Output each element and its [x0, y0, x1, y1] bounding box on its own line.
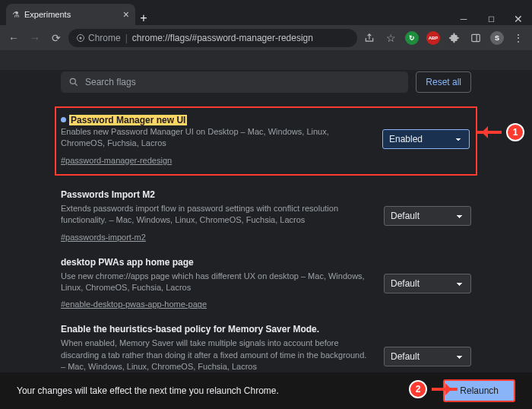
svg-line-5 — [75, 84, 78, 86]
flag-passwords-import-m2: Passwords Import M2 Extends passwords im… — [61, 189, 471, 243]
forward-button[interactable]: → — [26, 29, 44, 47]
browser-tab[interactable]: ⚗ Experiments × — [6, 4, 135, 25]
menu-icon[interactable]: ⋮ — [509, 29, 527, 47]
svg-point-1 — [80, 36, 82, 39]
toolbar: ← → ⟳ Chrome | chrome://flags/#password-… — [0, 25, 532, 50]
flag-dropdown[interactable]: Default — [384, 206, 471, 226]
flag-title: Enable the heuristics-based policy for M… — [61, 324, 369, 334]
search-input[interactable]: Search flags — [61, 71, 408, 93]
bookmark-bar — [0, 50, 532, 70]
flag-title: Password Manager new UI — [69, 115, 187, 125]
flag-description: Enables new Password Manager UI on Deskt… — [61, 126, 367, 150]
flask-icon: ⚗ — [12, 10, 20, 20]
abp-extension-icon[interactable]: ABP — [424, 29, 442, 47]
site-info[interactable]: Chrome — [76, 33, 121, 43]
close-window-button[interactable]: ✕ — [505, 13, 532, 25]
flag-title: Passwords Import M2 — [61, 189, 369, 200]
flag-hash-link[interactable]: #password-manager-redesign — [61, 156, 172, 165]
flag-memory-saver-heuristics: Enable the heuristics-based policy for M… — [61, 324, 471, 373]
flag-desktop-pwas-home: desktop PWAs app home page Use new chrom… — [61, 257, 471, 311]
flag-dropdown[interactable]: Default — [384, 274, 471, 293]
annotation-2: 2 — [409, 380, 458, 398]
search-placeholder: Search flags — [85, 77, 136, 87]
extensions-icon[interactable] — [445, 29, 464, 47]
flag-description: When enabled, Memory Saver will take mul… — [61, 338, 369, 373]
flag-password-manager-new-ui: Password Manager new UI Enables new Pass… — [55, 106, 477, 176]
flag-hash-link[interactable]: #enable-desktop-pwas-app-home-page — [61, 300, 207, 309]
update-icon[interactable]: ↻ — [403, 29, 421, 47]
arrow-icon — [476, 127, 506, 138]
url-scheme-label: Chrome — [88, 33, 121, 43]
step-badge: 2 — [409, 380, 427, 398]
flag-hash-link[interactable]: #passwords-import-m2 — [61, 233, 146, 242]
back-button[interactable]: ← — [5, 29, 23, 47]
annotation-1: 1 — [476, 123, 524, 141]
reload-button[interactable]: ⟳ — [47, 29, 65, 47]
relaunch-message: Your changes will take effect the next t… — [17, 385, 443, 396]
close-tab-icon[interactable]: × — [123, 8, 129, 21]
maximize-button[interactable]: ☐ — [477, 15, 505, 24]
svg-point-4 — [70, 78, 75, 84]
flag-dropdown[interactable]: Default — [384, 347, 471, 366]
flag-dropdown[interactable]: Enabled — [382, 129, 470, 149]
flags-page: Search flags Reset all Password Manager … — [0, 70, 532, 373]
profile-avatar[interactable]: S — [488, 29, 506, 47]
tab-title: Experiments — [24, 10, 123, 19]
bookmark-icon[interactable]: ☆ — [382, 29, 400, 47]
side-panel-icon[interactable] — [467, 29, 485, 47]
arrow-icon — [427, 384, 458, 395]
flag-description: Extends passwords import flow in passwor… — [61, 203, 369, 227]
address-bar[interactable]: Chrome | chrome://flags/#password-manage… — [68, 29, 357, 47]
url-text: chrome://flags/#password-manager-redesig… — [132, 33, 313, 43]
flag-title: desktop PWAs app home page — [61, 257, 369, 268]
reset-all-button[interactable]: Reset all — [416, 71, 471, 93]
new-tab-button[interactable]: + — [135, 11, 152, 25]
share-icon[interactable] — [360, 29, 378, 47]
step-badge: 1 — [506, 123, 524, 141]
svg-rect-2 — [472, 34, 480, 41]
window-controls: ─ ☐ ✕ — [450, 13, 532, 25]
flag-description: Use new chrome://apps page which has dif… — [61, 271, 369, 294]
minimize-button[interactable]: ─ — [450, 14, 477, 24]
modified-dot-icon — [61, 117, 66, 122]
titlebar: ⚗ Experiments × + ─ ☐ ✕ — [0, 0, 532, 25]
